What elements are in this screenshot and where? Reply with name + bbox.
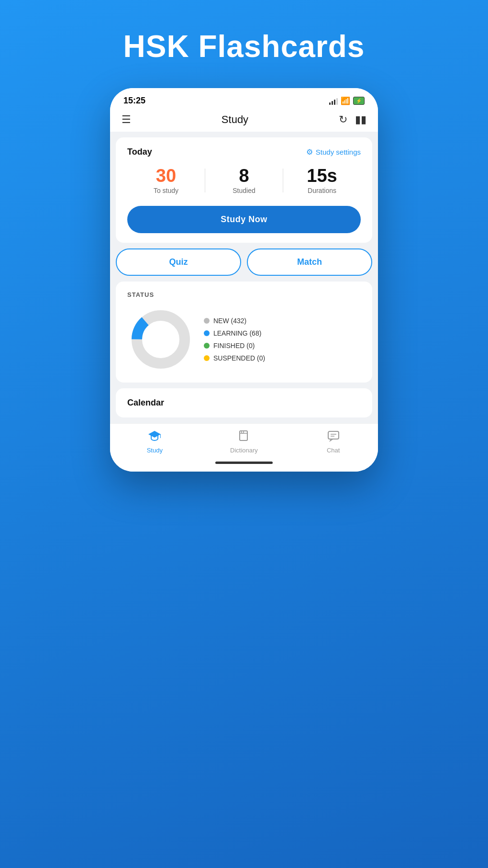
header-right-icons: ↻ ▮▮ — [339, 113, 366, 126]
match-button[interactable]: Match — [247, 248, 372, 276]
legend-dot-finished — [204, 343, 210, 349]
nav-label-dictionary: Dictionary — [230, 447, 258, 454]
today-card: Today ⚙ Study settings 30 To study 8 Stu… — [116, 137, 372, 243]
wifi-icon: 📶 — [341, 96, 350, 105]
calendar-title: Calendar — [127, 398, 361, 408]
donut-chart — [127, 306, 194, 373]
donut-svg — [127, 306, 194, 373]
status-title: STATUS — [127, 291, 361, 298]
nav-item-study[interactable]: Study — [135, 429, 174, 454]
refresh-icon[interactable]: ↻ — [339, 113, 347, 126]
bottom-nav: Study Dictionary Chat — [110, 423, 378, 458]
study-nav-icon — [148, 429, 161, 445]
battery-icon: ⚡ — [353, 97, 365, 105]
to-study-stat: 30 To study — [127, 167, 205, 194]
nav-label-study: Study — [147, 447, 163, 454]
studied-stat: 8 Studied — [205, 167, 283, 194]
home-indicator — [110, 458, 378, 472]
status-content: NEW (432) LEARNING (68) FINISHED (0) SUS… — [127, 306, 361, 373]
durations-value: 15s — [283, 167, 361, 185]
nav-label-chat: Chat — [327, 447, 340, 454]
to-study-value: 30 — [127, 167, 205, 185]
svg-marker-0 — [148, 431, 161, 438]
durations-stat: 15s Durations — [283, 167, 361, 194]
nav-item-dictionary[interactable]: Dictionary — [225, 429, 263, 454]
calendar-card: Calendar — [116, 388, 372, 417]
header-title: Study — [222, 113, 248, 126]
main-content: Today ⚙ Study settings 30 To study 8 Stu… — [110, 132, 378, 423]
legend-item-finished: FINISHED (0) — [204, 342, 265, 349]
svg-rect-5 — [328, 431, 339, 439]
legend-label-suspended: SUSPENDED (0) — [213, 354, 265, 362]
app-header: ☰ Study ↻ ▮▮ — [110, 110, 378, 132]
legend-dot-learning — [204, 330, 210, 336]
today-header: Today ⚙ Study settings — [127, 147, 361, 157]
legend: NEW (432) LEARNING (68) FINISHED (0) SUS… — [204, 317, 265, 362]
legend-label-learning: LEARNING (68) — [213, 329, 261, 337]
study-now-button[interactable]: Study Now — [127, 206, 361, 233]
legend-item-learning: LEARNING (68) — [204, 329, 265, 337]
nav-item-chat[interactable]: Chat — [314, 429, 353, 454]
to-study-label: To study — [127, 187, 205, 194]
status-icons: 📶 ⚡ — [329, 96, 365, 105]
status-bar: 15:25 📶 ⚡ — [110, 88, 378, 110]
legend-dot-new — [204, 318, 210, 324]
app-title: HSK Flashcards — [123, 29, 365, 64]
chart-icon[interactable]: ▮▮ — [355, 113, 366, 126]
legend-label-finished: FINISHED (0) — [213, 342, 255, 349]
svg-rect-4 — [242, 431, 244, 433]
studied-value: 8 — [205, 167, 283, 185]
legend-dot-suspended — [204, 355, 210, 361]
durations-label: Durations — [283, 187, 361, 194]
chat-nav-icon — [327, 429, 340, 445]
study-settings-text: Study settings — [316, 148, 361, 156]
signal-icon — [329, 97, 338, 105]
menu-icon[interactable]: ☰ — [122, 113, 131, 126]
study-settings-link[interactable]: ⚙ Study settings — [306, 147, 361, 157]
legend-item-suspended: SUSPENDED (0) — [204, 354, 265, 362]
status-time: 15:25 — [123, 96, 145, 106]
home-bar — [215, 462, 273, 464]
status-card: STATUS NEW — [116, 282, 372, 383]
today-label: Today — [127, 147, 152, 157]
legend-label-new: NEW (432) — [213, 317, 246, 325]
stats-row: 30 To study 8 Studied 15s Durations — [127, 167, 361, 194]
legend-item-new: NEW (432) — [204, 317, 265, 325]
settings-gear-icon: ⚙ — [306, 147, 313, 157]
phone-frame: 15:25 📶 ⚡ ☰ Study ↻ ▮▮ Today ⚙ — [110, 88, 378, 472]
dictionary-nav-icon — [238, 429, 250, 445]
quiz-match-row: Quiz Match — [116, 248, 372, 276]
quiz-button[interactable]: Quiz — [116, 248, 241, 276]
studied-label: Studied — [205, 187, 283, 194]
